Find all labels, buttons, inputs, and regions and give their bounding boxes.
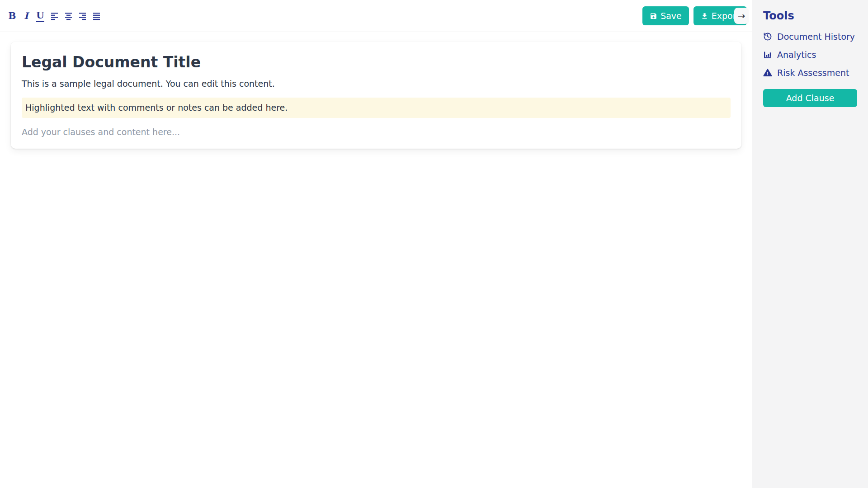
save-button-label: Save — [660, 12, 682, 20]
sidebar-item-label: Document History — [777, 32, 855, 42]
bold-icon: B — [9, 10, 16, 21]
sidebar-item-risk-assessment[interactable]: Risk Assessment — [763, 68, 857, 78]
align-justify-icon — [92, 11, 101, 20]
save-button[interactable]: Save — [642, 6, 689, 25]
align-justify-button[interactable] — [90, 8, 102, 23]
sidebar-item-label: Analytics — [777, 50, 816, 60]
align-center-button[interactable] — [62, 8, 74, 23]
arrow-right-icon: → — [738, 10, 745, 21]
bold-button[interactable]: B — [6, 8, 18, 23]
italic-icon: I — [24, 10, 28, 21]
download-icon — [701, 12, 708, 20]
bar-chart-icon — [763, 50, 772, 59]
format-button-group: B I U — [6, 8, 102, 23]
sidebar-item-analytics[interactable]: Analytics — [763, 50, 857, 60]
highlighted-text-block[interactable]: Highlighted text with comments or notes … — [22, 98, 731, 118]
underline-icon: U — [36, 10, 44, 22]
sidebar-item-label: Risk Assessment — [777, 68, 849, 78]
sidebar-title: Tools — [763, 10, 857, 23]
sidebar-item-document-history[interactable]: Document History — [763, 32, 857, 42]
editor-placeholder-text[interactable]: Add your clauses and content here... — [22, 127, 731, 138]
app-window: B I U — [0, 0, 868, 488]
save-icon — [650, 12, 657, 20]
tools-sidebar: Tools Document History — [752, 0, 868, 488]
document-intro-text[interactable]: This is a sample legal document. You can… — [22, 78, 731, 89]
align-right-button[interactable] — [76, 8, 88, 23]
add-clause-button[interactable]: Add Clause — [763, 89, 857, 107]
document-editor[interactable]: Legal Document Title This is a sample le… — [11, 42, 741, 149]
italic-button[interactable]: I — [20, 8, 32, 23]
align-center-icon — [64, 11, 73, 20]
history-icon — [763, 32, 772, 41]
warning-triangle-icon — [763, 68, 772, 77]
underline-button[interactable]: U — [34, 8, 46, 23]
toolbar-actions: Save Export — [642, 6, 747, 25]
align-right-icon — [78, 11, 87, 20]
editor-toolbar: B I U — [0, 0, 752, 32]
document-title[interactable]: Legal Document Title — [22, 53, 731, 71]
main-area: B I U — [0, 0, 752, 488]
align-left-button[interactable] — [48, 8, 60, 23]
align-left-icon — [50, 11, 59, 20]
sidebar-toggle-button[interactable]: → — [734, 8, 749, 24]
